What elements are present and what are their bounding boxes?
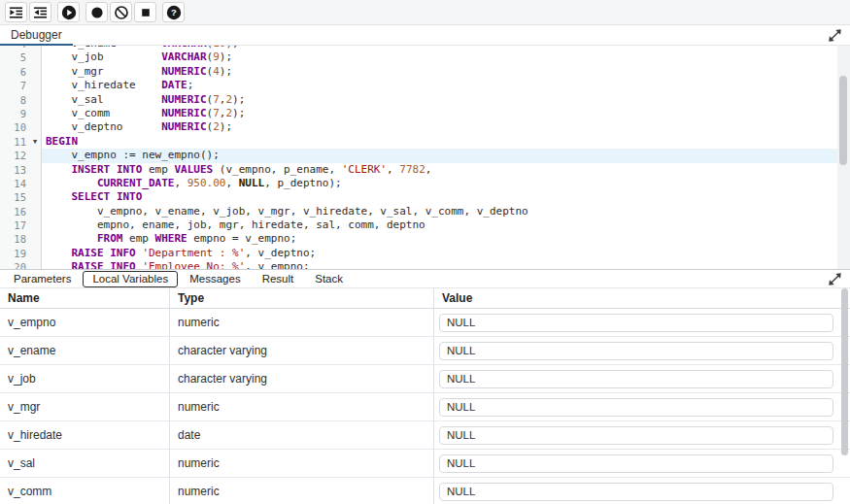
panel-expand-icon[interactable]	[828, 272, 842, 286]
code-text[interactable]: v_mgr NUMERIC(4);	[42, 65, 837, 79]
line-number[interactable]: 12	[0, 149, 29, 162]
panel-tab-messages[interactable]: Messages	[180, 271, 250, 287]
play-circle-icon	[61, 5, 77, 20]
variable-type: character varying	[170, 337, 434, 364]
ban-icon	[114, 5, 129, 20]
variable-name: v_mgr	[0, 393, 170, 420]
step-over-button[interactable]	[29, 2, 51, 22]
value-input[interactable]	[439, 314, 833, 332]
code-text[interactable]: v_hiredate DATE;	[42, 79, 837, 92]
line-number[interactable]: 15	[0, 190, 29, 204]
toggle-breakpoint-button[interactable]	[85, 2, 108, 22]
code-text[interactable]: SELECT INTO	[42, 190, 837, 204]
column-header-name: Name	[0, 288, 170, 308]
variable-name: v_ename	[0, 337, 170, 364]
code-line-5: 5 v_job VARCHAR(9);	[0, 50, 837, 64]
code-text[interactable]: v_comm NUMERIC(7,2);	[42, 107, 837, 120]
panel-tab-stack[interactable]: Stack	[305, 271, 353, 287]
continue-button[interactable]	[57, 2, 80, 22]
line-number[interactable]: 5	[0, 50, 29, 64]
code-text[interactable]: v_empno, v_ename, v_job, v_mgr, v_hireda…	[42, 205, 837, 218]
editor-scrollbar-thumb[interactable]	[839, 76, 847, 165]
column-header-value: Value	[434, 288, 850, 308]
code-text[interactable]: FROM emp WHERE empno = v_empno;	[42, 232, 837, 246]
line-number[interactable]: 17	[0, 218, 29, 232]
panel-tab-result[interactable]: Result	[253, 271, 304, 287]
code-text[interactable]: RAISE INFO 'Department : %', v_deptno;	[42, 247, 837, 260]
panel-tab-local-variables[interactable]: Local Variables	[83, 271, 178, 287]
tab-debugger[interactable]: Debugger	[0, 26, 73, 47]
variable-name: v_empno	[0, 309, 170, 336]
fold-arrow-icon[interactable]: ▼	[29, 135, 42, 149]
line-number[interactable]: 9	[0, 107, 29, 120]
code-text[interactable]: empno, ename, job, mgr, hiredate, sal, c…	[42, 218, 837, 232]
stop-square-icon	[138, 5, 153, 20]
fold-gutter	[29, 107, 42, 120]
toolbar-button-group	[85, 2, 156, 22]
line-number[interactable]: 14	[0, 177, 29, 190]
line-number[interactable]: 11	[0, 135, 29, 149]
value-input[interactable]	[439, 342, 833, 360]
clear-all-breakpoints-button[interactable]	[110, 2, 132, 22]
code-text[interactable]: v_job VARCHAR(9);	[42, 50, 837, 64]
line-number[interactable]: 19	[0, 247, 29, 260]
fold-gutter	[29, 163, 42, 177]
fold-gutter	[29, 177, 42, 190]
fold-gutter	[29, 50, 42, 64]
variable-type: numeric	[170, 450, 434, 477]
step-into-icon	[9, 5, 23, 19]
code-text[interactable]: v_deptno NUMERIC(2);	[42, 120, 837, 134]
line-number[interactable]: 13	[0, 163, 29, 177]
code-line-13: 13 INSERT INTO emp VALUES (v_empno, p_en…	[0, 163, 837, 177]
line-number[interactable]: 7	[0, 79, 29, 92]
editor-expand-icon[interactable]	[828, 28, 842, 43]
toolbar-button-group: ?	[162, 2, 185, 22]
help-button[interactable]: ?	[162, 2, 185, 22]
panel-scrollbar[interactable]	[841, 288, 849, 504]
step-into-button[interactable]	[5, 2, 27, 22]
line-number[interactable]: 20	[0, 260, 29, 269]
code-text[interactable]: RAISE INFO 'Employee No: %', v_empno;	[42, 260, 837, 269]
value-input[interactable]	[439, 483, 833, 501]
value-input[interactable]	[439, 426, 833, 445]
line-number[interactable]: 8	[0, 93, 29, 107]
code-text[interactable]: INSERT INTO emp VALUES (v_empno, p_ename…	[42, 163, 837, 177]
code-text[interactable]: v_empno := new_empno();	[42, 149, 837, 162]
line-number[interactable]: 10	[0, 120, 29, 134]
code-line-19: 19 RAISE INFO 'Department : %', v_deptno…	[0, 247, 837, 260]
svg-text:?: ?	[171, 7, 177, 17]
variable-type: numeric	[170, 478, 434, 504]
variable-row: v_mgrnumeric	[0, 393, 850, 421]
line-number[interactable]: 16	[0, 205, 29, 218]
code-line-15: 15 SELECT INTO	[0, 190, 837, 204]
toolbar-button-group	[5, 2, 51, 22]
fold-gutter	[29, 205, 42, 218]
code-editor: 4 v_ename VARCHAR(10);5 v_job VARCHAR(9)…	[0, 46, 850, 269]
code-scroll-area: 4 v_ename VARCHAR(10);5 v_job VARCHAR(9)…	[0, 46, 837, 269]
stop-button[interactable]	[134, 2, 156, 22]
debugger-toolbar: ?	[0, 0, 850, 25]
value-input[interactable]	[439, 454, 833, 473]
fold-gutter	[29, 79, 42, 92]
code-text[interactable]: v_sal NUMERIC(7,2);	[42, 93, 837, 107]
code-text[interactable]: BEGIN	[42, 135, 837, 149]
variable-value-cell	[434, 309, 850, 336]
variable-name: v_comm	[0, 478, 170, 504]
toolbar-button-group	[57, 2, 80, 22]
line-number[interactable]: 18	[0, 232, 29, 246]
variable-value-cell	[434, 365, 850, 392]
code-text[interactable]: CURRENT_DATE, 950.00, NULL, p_deptno);	[42, 177, 837, 190]
editor-scrollbar[interactable]	[837, 46, 850, 269]
debugger-window: ? Debugger 4 v_ename VARCHAR(10);5 v_job…	[0, 0, 850, 504]
line-number[interactable]: 6	[0, 65, 29, 79]
help-circle-icon: ?	[166, 5, 182, 20]
panel-tab-parameters[interactable]: Parameters	[4, 271, 81, 287]
variable-name: v_sal	[0, 450, 170, 477]
code-lines: 4 v_ename VARCHAR(10);5 v_job VARCHAR(9)…	[0, 46, 837, 269]
variable-value-cell	[434, 450, 850, 477]
value-input[interactable]	[439, 398, 833, 417]
fold-gutter	[29, 190, 42, 204]
variables-table-body: v_empnonumericv_enamecharacter varyingv_…	[0, 309, 850, 504]
value-input[interactable]	[439, 370, 833, 388]
panel-scrollbar-thumb[interactable]	[841, 288, 848, 455]
